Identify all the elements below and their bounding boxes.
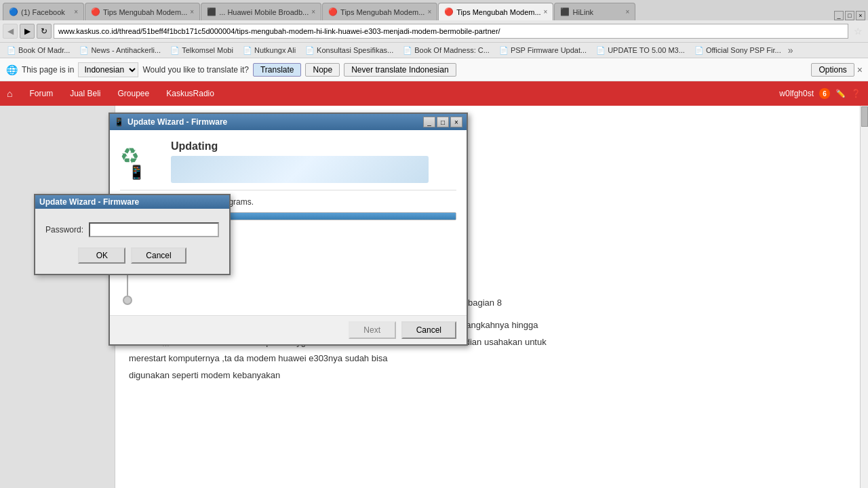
bookmark-icon-7: 📄: [499, 46, 509, 55]
refresh-button[interactable]: ↻: [37, 24, 52, 39]
tab-tips1[interactable]: 🔴 Tips Mengubah Modem... ×: [85, 3, 200, 20]
never-translate-button[interactable]: Never translate Indonesian: [344, 63, 456, 77]
dialog-restore-button[interactable]: □: [437, 117, 449, 127]
back-button[interactable]: ◀: [3, 24, 18, 39]
tab-favicon-huawei: ⬛: [207, 7, 216, 17]
bookmark-icon-4: 📄: [243, 46, 252, 55]
tab-close-huawei[interactable]: ×: [311, 8, 315, 16]
dialog-header-text: Updating: [171, 140, 429, 183]
translate-icon: 🌐: [5, 64, 18, 76]
password-label: Password:: [45, 225, 83, 235]
tab-facebook[interactable]: 🔵 (1) Facebook ×: [3, 3, 84, 20]
bookmark-antihacker[interactable]: 📄 News - Antihackerli...: [75, 45, 165, 56]
window-controls: _ □ ×: [834, 11, 865, 20]
maximize-button[interactable]: □: [845, 11, 854, 20]
tab-title-tips2: Tips Mengubah Modem...: [340, 8, 425, 16]
phone-icon: 📱: [128, 164, 145, 180]
tab-favicon-facebook: 🔵: [9, 7, 18, 17]
window-close-button[interactable]: ×: [856, 11, 865, 20]
translate-page-in-text: This page is in: [22, 65, 74, 75]
subdialog-buttons: OK Cancel: [45, 247, 219, 264]
bookmarks-bar: 📄 Book Of Madr... 📄 News - Antihackerli.…: [0, 42, 868, 58]
tab-huawei[interactable]: ⬛ ... Huawei Mobile Broadb... ×: [201, 3, 321, 20]
nav-jual-beli[interactable]: Jual Beli: [63, 86, 107, 101]
tab-close-facebook[interactable]: ×: [74, 8, 78, 16]
username-display: w0lfgh0st: [779, 89, 814, 98]
bookmark-sony-psp[interactable]: 📄 Official Sony PSP Fir...: [690, 45, 785, 56]
nav-forum[interactable]: Forum: [22, 86, 60, 101]
site-header: ⌂ Forum Jual Beli Groupee KaskusRadio w0…: [0, 81, 868, 106]
step-line-3: [127, 275, 128, 296]
bookmark-update500[interactable]: 📄 UPDATE TO 5.00 M3...: [592, 45, 689, 56]
tab-title-huawei: ... Huawei Mobile Broadb...: [219, 8, 309, 16]
password-input[interactable]: [89, 222, 219, 237]
bookmark-psp[interactable]: 📄 PSP Firmware Updat...: [495, 45, 591, 56]
minimize-button[interactable]: _: [834, 11, 844, 20]
edit-icon[interactable]: ✏️: [835, 89, 846, 98]
tab-hilink[interactable]: ⬛ HiLink ×: [554, 3, 635, 20]
site-navigation: Forum Jual Beli Groupee KaskusRadio: [22, 86, 220, 101]
bookmark-book-madness2[interactable]: 📄 Book Of Madness: C...: [399, 45, 494, 56]
bookmark-nutkungx[interactable]: 📄 Nutkungx Ali: [239, 45, 300, 56]
password-dialog: Update Wizard - Firmware Password: OK Ca…: [34, 194, 231, 275]
tab-close-tips2[interactable]: ×: [427, 8, 431, 16]
notification-badge[interactable]: 6: [819, 88, 830, 99]
bookmarks-more-icon[interactable]: »: [788, 45, 793, 56]
translate-button[interactable]: Translate: [253, 63, 302, 77]
dialog-title-text: Update Wizard - Firmware: [127, 117, 420, 127]
bookmark-icon: 📄: [7, 46, 16, 55]
bookmark-icon-3: 📄: [170, 46, 180, 55]
nav-kaskusradio[interactable]: KaskusRadio: [159, 86, 221, 101]
next-button[interactable]: Next: [349, 321, 396, 339]
dialog-title-icon: 📱: [114, 117, 124, 127]
translate-close-button[interactable]: ×: [857, 64, 863, 75]
nav-groupee[interactable]: Groupee: [111, 86, 157, 101]
translate-bar: 🌐 This page is in Indonesian Would you l…: [0, 58, 868, 81]
password-dialog-body: Password: OK Cancel: [35, 209, 229, 274]
dialog-titlebar: 📱 Update Wizard - Firmware _ □ ×: [110, 114, 467, 130]
tab-title-hilink: HiLink: [572, 8, 623, 16]
password-dialog-title: Update Wizard - Firmware: [39, 197, 225, 207]
tab-favicon-tips2: 🔴: [328, 7, 338, 17]
nav-bar: ◀ ▶ ↻ ☆: [0, 20, 868, 42]
main-area: bagian [QcomSerialPort] terus cari ID_14…: [0, 106, 868, 488]
nope-button[interactable]: Nope: [305, 63, 340, 77]
help-icon[interactable]: ❓: [851, 89, 861, 98]
tab-favicon-hilink: ⬛: [560, 7, 570, 17]
dialog-minimize-button[interactable]: _: [423, 117, 435, 127]
updating-title: Updating: [171, 140, 429, 152]
tab-favicon-tips3: 🔴: [444, 7, 454, 17]
bookmark-book-madness[interactable]: 📄 Book Of Madr...: [3, 45, 74, 56]
dialog-title-buttons: _ □ ×: [423, 117, 462, 127]
tab-title-tips3: Tips Mengubah Modem...: [456, 8, 540, 16]
tab-close-tips1[interactable]: ×: [190, 8, 194, 16]
language-select[interactable]: Indonesian: [78, 62, 138, 77]
dialog-header-area: ♻ 📱 Updating: [120, 140, 456, 190]
wavy-background: [171, 156, 429, 183]
password-ok-button[interactable]: OK: [78, 247, 125, 264]
tab-close-hilink[interactable]: ×: [626, 8, 630, 16]
dialog-close-button[interactable]: ×: [450, 117, 462, 127]
bookmark-icon-8: 📄: [596, 46, 606, 55]
cancel-button[interactable]: Cancel: [401, 321, 456, 339]
tab-bar: 🔵 (1) Facebook × 🔴 Tips Mengubah Modem..…: [0, 0, 868, 20]
bookmark-telkomsel[interactable]: 📄 Telkomsel Mobi: [166, 45, 237, 56]
bookmark-star-icon[interactable]: ☆: [850, 24, 865, 39]
forward-button[interactable]: ▶: [20, 24, 35, 39]
tab-tips3[interactable]: 🔴 Tips Mengubah Modem... ×: [438, 3, 553, 20]
password-cancel-button[interactable]: Cancel: [131, 247, 186, 264]
site-header-right: w0lfgh0st 6 ✏️ ❓: [779, 88, 861, 99]
step-4-circle: [123, 296, 132, 305]
bookmark-icon-6: 📄: [403, 46, 412, 55]
options-button[interactable]: Options: [811, 63, 854, 77]
bookmark-icon-2: 📄: [79, 46, 89, 55]
tab-tips2[interactable]: 🔴 Tips Mengubah Modem... ×: [322, 3, 437, 20]
dialog-footer: Next Cancel: [110, 315, 467, 344]
tab-close-tips3[interactable]: ×: [544, 8, 548, 16]
home-icon: ⌂: [7, 88, 12, 99]
translate-question-text: Would you like to translate it?: [142, 65, 249, 75]
address-input[interactable]: [54, 24, 848, 39]
site-logo[interactable]: ⌂: [7, 88, 12, 99]
tab-title-facebook: (1) Facebook: [21, 8, 71, 16]
bookmark-konsultasi[interactable]: 📄 Konsultasi Spesifikas...: [301, 45, 397, 56]
